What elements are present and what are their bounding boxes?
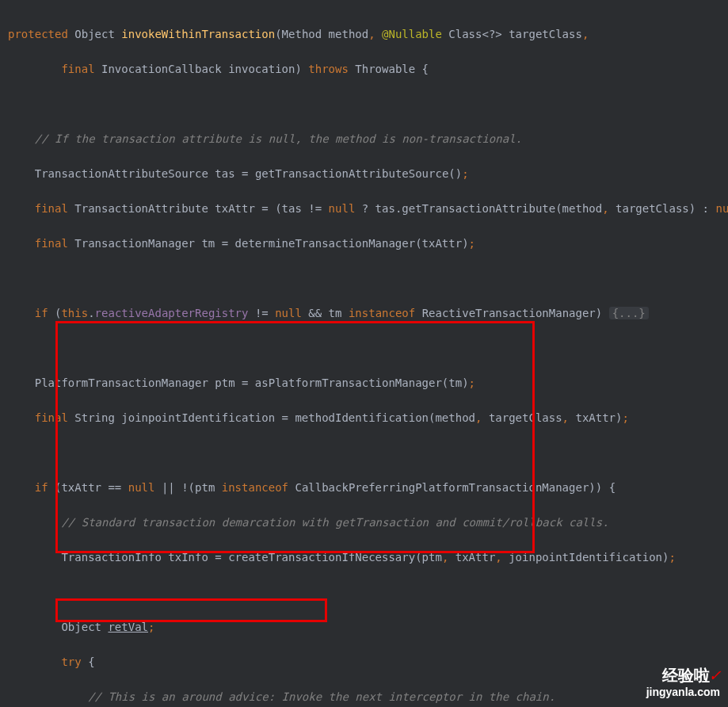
watermark-text: 经验啦 — [662, 667, 710, 684]
code-line: TransactionInfo txInfo = createTransacti… — [8, 548, 728, 566]
annotation-nullable: @Nullable — [382, 28, 442, 40]
code-line: // If the transaction attribute is null,… — [8, 130, 728, 147]
code-line: // This is an around advice: Invoke the … — [8, 688, 728, 705]
comment: // This is an around advice: Invoke the … — [8, 690, 555, 703]
code-line: final InvocationCallback invocation) thr… — [8, 60, 728, 78]
code-line: Object retVal; — [8, 618, 728, 636]
code-line — [8, 444, 728, 461]
code-editor[interactable]: protected Object invokeWithinTransaction… — [8, 8, 728, 707]
code-line: if (txAttr == null || !(ptm instanceof C… — [8, 479, 728, 496]
code-line: // Standard transaction demarcation with… — [8, 514, 728, 531]
code-line: protected Object invokeWithinTransaction… — [8, 25, 728, 43]
watermark: 经验啦✓ jingyanla.com — [646, 665, 720, 699]
check-icon: ✓ — [710, 665, 720, 685]
code-line — [8, 583, 728, 601]
code-line: if (this.reactiveAdapterRegistry != null… — [8, 304, 728, 322]
method-name: invokeWithinTransaction — [121, 28, 275, 40]
code-line: final String joinpointIdentification = m… — [8, 409, 728, 426]
code-line: final TransactionManager tm = determineT… — [8, 235, 728, 252]
variable-retval: retVal — [108, 621, 148, 633]
fold-region[interactable]: {...} — [609, 307, 649, 319]
code-line — [8, 95, 728, 113]
code-line: final TransactionAttribute txAttr = (tas… — [8, 200, 728, 217]
watermark-url: jingyanla.com — [646, 686, 720, 699]
code-line: PlatformTransactionManager ptm = asPlatf… — [8, 374, 728, 392]
comment: // Standard transaction demarcation with… — [8, 516, 609, 529]
code-line: TransactionAttributeSource tas = getTran… — [8, 165, 728, 182]
code-line — [8, 269, 728, 287]
comment: // If the transaction attribute is null,… — [8, 132, 522, 145]
code-line: try { — [8, 653, 728, 671]
code-line — [8, 339, 728, 357]
keyword-protected: protected — [8, 28, 68, 40]
